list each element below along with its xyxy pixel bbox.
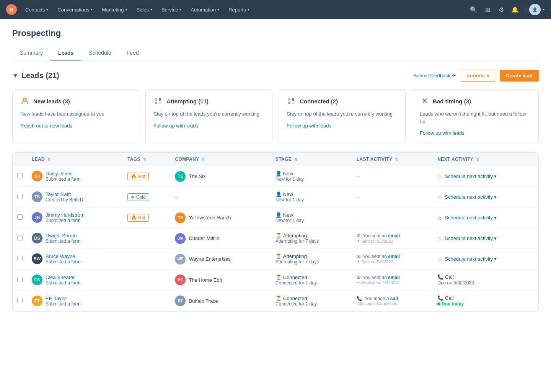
stage-header[interactable]: Stage ⇅	[271, 153, 352, 166]
lead-form-link[interactable]: form	[71, 176, 80, 182]
last-activity-header[interactable]: Last Activity ⇅	[352, 153, 433, 166]
lead-form-link[interactable]: form	[71, 238, 80, 244]
row-checkbox[interactable]	[17, 256, 23, 261]
lead-avatar: DS	[32, 233, 42, 243]
stage-icon: ⏳	[276, 296, 282, 301]
lead-name[interactable]: Bruce Wayne	[46, 253, 80, 259]
table-row: JH Jimmy Hurdstrom Submitted a form 🔥 Ho…	[13, 207, 538, 228]
table-header-row: Lead ⇅ Tags ⇅ Company ⇅ Stage ⇅	[13, 153, 538, 166]
card-bad-timing: ✕ Bad timing (3) Leads who weren't the r…	[412, 89, 539, 143]
warning-icon: ⚠	[437, 256, 442, 262]
attempting-link[interactable]: Follow up with leads	[153, 123, 198, 129]
next-call-label: Call	[445, 295, 453, 301]
lead-header[interactable]: Lead ⇅	[27, 153, 123, 166]
nav-conversations[interactable]: Conversations ▾	[54, 5, 96, 15]
tab-schedule[interactable]: Schedule	[81, 46, 119, 60]
reports-chevron-icon: ▾	[248, 8, 249, 11]
warning-icon: ⚠	[437, 194, 442, 200]
company-sort-icon: ⇅	[202, 157, 205, 162]
activity-email-link[interactable]: email	[388, 275, 400, 280]
last-activity-sort-icon: ⇅	[395, 157, 398, 162]
marketplace-icon[interactable]: ⊞	[481, 3, 494, 16]
stage-sub: New for 1 day	[276, 197, 347, 203]
user-menu-chevron-icon[interactable]: ▾	[543, 8, 545, 11]
activity-email-link[interactable]: email	[388, 254, 400, 259]
lead-form-link[interactable]: form	[71, 218, 80, 223]
lead-name[interactable]: Clea Shearer	[46, 274, 80, 280]
user-avatar[interactable]: 👤	[529, 4, 541, 15]
lead-form-link[interactable]: form	[71, 301, 80, 307]
stage-name: Connected	[283, 274, 307, 280]
row-checkbox[interactable]	[17, 173, 23, 178]
actions-button[interactable]: Actions ▾	[461, 70, 495, 82]
tags-header[interactable]: Tags ⇅	[123, 153, 170, 166]
nav-divider	[525, 5, 525, 14]
warning-icon: ⚠	[437, 215, 442, 221]
tab-leads[interactable]: Leads	[51, 46, 81, 60]
nav-sales[interactable]: Sales ▾	[133, 5, 156, 15]
stage-name: New	[283, 212, 293, 218]
row-checkbox[interactable]	[17, 235, 23, 240]
tab-feed[interactable]: Feed	[119, 46, 147, 60]
schedule-next-activity-link[interactable]: Schedule next activity ▾	[445, 215, 497, 220]
activity-email-link[interactable]: email	[388, 233, 400, 238]
stage-name: Attempting	[283, 233, 307, 238]
schedule-next-activity-link[interactable]: Schedule next activity ▾	[445, 256, 497, 262]
create-lead-button[interactable]: Create lead	[500, 70, 539, 82]
stage-name: Attempting	[283, 253, 307, 259]
company-name: Yellowstone Ranch	[189, 215, 231, 220]
lead-avatar: ET	[32, 296, 42, 306]
schedule-next-activity-link[interactable]: Schedule next activity ▾	[445, 194, 497, 200]
lead-form-link[interactable]: form	[71, 280, 80, 286]
last-activity-cell: ✉ You sent an email ↩ Replied on 4/4/202…	[352, 270, 433, 291]
settings-icon[interactable]: ⚙	[495, 3, 507, 16]
submit-feedback-link[interactable]: Submit feedback ✈	[413, 73, 456, 78]
notifications-icon[interactable]: 🔔	[509, 3, 521, 16]
stage-icon: 👤	[276, 191, 282, 197]
lead-name[interactable]: Taylor Swift	[46, 191, 85, 197]
hubspot-logo[interactable]: H	[6, 4, 17, 15]
company-header[interactable]: Company ⇅	[170, 153, 271, 166]
lead-name[interactable]: Daisy Jones	[46, 171, 80, 176]
lead-form-link[interactable]: form	[71, 259, 80, 265]
row-checkbox[interactable]	[17, 298, 23, 303]
nav-contacts[interactable]: Contacts ▾	[21, 5, 52, 15]
bad-timing-link[interactable]: Follow up with leads	[420, 130, 465, 136]
stage-cell: 👤 New New for 1 day	[271, 187, 352, 207]
lead-name[interactable]: Dwight Shrute	[46, 233, 80, 238]
nav-reports[interactable]: Reports ▾	[225, 5, 253, 15]
last-activity-cell: --	[352, 207, 433, 228]
call-icon: 📞	[437, 295, 443, 301]
next-activity-cell: ⚠ Schedule next activity ▾	[433, 187, 538, 207]
connected-link[interactable]: Follow up with leads	[287, 123, 331, 129]
next-call-label: Call	[445, 274, 453, 280]
svg-rect-9	[159, 102, 161, 104]
row-checkbox[interactable]	[17, 214, 23, 220]
lead-name[interactable]: EH Taylor	[46, 296, 80, 301]
schedule-chevron-icon: ▾	[494, 215, 497, 220]
activity-call-link[interactable]: call	[390, 296, 398, 301]
topnav-right-section: 🔍 ⊞ ⚙ 🔔 👤 ▾	[468, 3, 545, 16]
card-connected: Connected (2) Stay on top of the leads y…	[279, 89, 406, 143]
next-activity-header[interactable]: Next Activity ⇅	[433, 153, 538, 166]
svg-rect-8	[155, 102, 157, 104]
new-leads-link[interactable]: Reach out to new leads	[20, 123, 72, 129]
stage-cell: ⏳ Connected Connected for 1 day	[271, 270, 352, 291]
row-checkbox[interactable]	[17, 194, 23, 199]
nav-service[interactable]: Service ▾	[158, 5, 185, 15]
company-avatar: WE	[175, 254, 186, 265]
nav-automation[interactable]: Automation ▾	[187, 5, 223, 15]
lead-sub: Submitted a form	[46, 301, 80, 307]
tab-summary[interactable]: Summary	[12, 46, 51, 60]
lead-sort-icon: ⇅	[47, 157, 51, 162]
next-activity-cell: 📞 Call Due on 5/30/2023	[433, 270, 538, 291]
nav-marketing[interactable]: Marketing ▾	[98, 5, 131, 15]
row-checkbox[interactable]	[17, 277, 23, 282]
schedule-next-activity-link[interactable]: Schedule next activity ▾	[445, 173, 497, 179]
search-button[interactable]: 🔍	[468, 3, 480, 16]
lead-creator-link[interactable]: Beth D.	[69, 197, 85, 203]
lead-name[interactable]: Jimmy Hurdstrom	[46, 212, 85, 218]
schedule-next-activity-link[interactable]: Schedule next activity ▾	[445, 235, 497, 241]
lead-cell: BW Bruce Wayne Submitted a form	[32, 253, 118, 265]
leads-collapse-chevron-icon[interactable]: ▼	[12, 72, 18, 79]
